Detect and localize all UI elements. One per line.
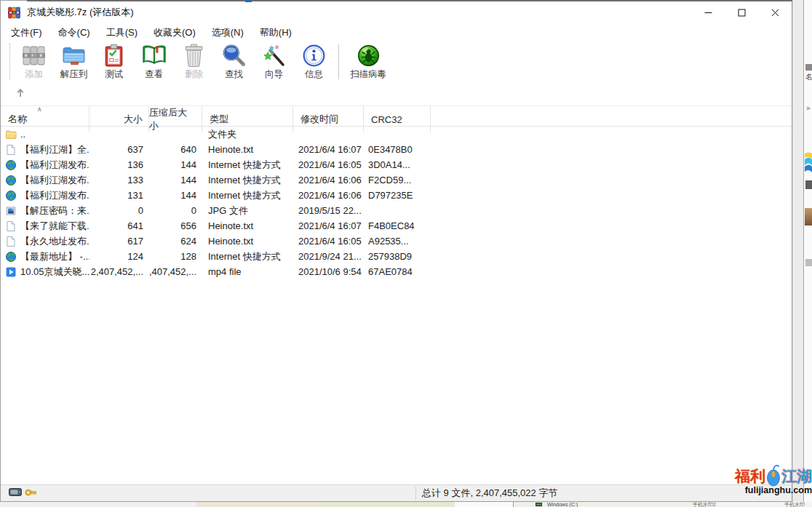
- watermark: 福利 江湖 fulijianghu.com: [729, 460, 812, 495]
- window-title: 京城关晓彤.7z (评估版本): [27, 6, 134, 19]
- background-fragment-text: 名: [805, 73, 812, 81]
- find-magnifier-icon: [222, 43, 247, 68]
- extract-to-button-label: 解压到: [60, 68, 88, 81]
- file-crc32: F2CD59...: [364, 172, 431, 188]
- background-window-right-content: 名 »: [803, 0, 812, 507]
- title-bar[interactable]: 京城关晓彤.7z (评估版本): [1, 1, 792, 23]
- delete-trash-icon: [182, 43, 207, 68]
- file-modified: 2021/6/4 16:05: [293, 157, 364, 172]
- file-name-cell: 【解压密码：来...: [1, 203, 89, 218]
- toolbar-gripper[interactable]: [9, 44, 10, 80]
- background-label-2: 手机水印: [784, 502, 805, 507]
- column-header-crc32[interactable]: CRC32: [364, 106, 431, 132]
- list-header: 名称∧大小压缩后大小类型修改时间CRC32: [1, 106, 792, 127]
- up-one-level-button[interactable]: [10, 85, 31, 103]
- file-row[interactable]: 【永久地址发布...617624Heinote.txt2021/6/4 16:0…: [1, 233, 792, 249]
- close-button[interactable]: [758, 1, 792, 23]
- file-name-cell: 【福利江湖发布...: [1, 157, 89, 172]
- file-crc32: 67AE0784: [364, 264, 431, 279]
- file-row[interactable]: 【福利江湖发布...131144Internet 快捷方式2021/6/4 16…: [1, 188, 792, 203]
- file-row[interactable]: 【福利江湖】全...637640Heinote.txt2021/6/4 16:0…: [1, 142, 792, 157]
- file-modified: 2021/6/4 16:07: [293, 218, 364, 233]
- column-header-label: 名称: [8, 113, 27, 126]
- column-header-packed[interactable]: 压缩后大小: [149, 106, 202, 132]
- mouse-icon: [766, 463, 781, 487]
- add-archive-icon: [22, 43, 47, 68]
- minimize-button[interactable]: [691, 1, 725, 23]
- extract-folder-icon: [62, 43, 87, 68]
- winrar-app-icon: [8, 7, 20, 19]
- view-button-label: 查看: [145, 68, 163, 81]
- background-fragment-chevron: »: [806, 105, 812, 112]
- screen: 京城关晓彤.7z (评估版本) 文件(F)命令(C)工具(S)收藏夹(O)选项(…: [0, 0, 812, 507]
- menu-options[interactable]: 选项(N): [204, 24, 252, 41]
- file-size: 0: [89, 203, 149, 218]
- test-button[interactable]: 测试: [94, 42, 134, 81]
- file-row[interactable]: 【来了就能下载...641656Heinote.txt2021/6/4 16:0…: [1, 218, 792, 233]
- text-file-icon: [5, 144, 17, 156]
- file-crc32: A92535...: [364, 233, 431, 249]
- file-modified: 2021/6/4 16:05: [293, 233, 364, 249]
- file-packed-size: 0: [149, 203, 202, 218]
- disk-icon[interactable]: [9, 487, 22, 500]
- column-header-type[interactable]: 类型: [202, 106, 293, 132]
- file-type: JPG 文件: [202, 203, 293, 218]
- scan-virus-button-label: 扫描病毒: [350, 68, 386, 81]
- menu-help[interactable]: 帮助(H): [252, 24, 300, 41]
- column-header-modified[interactable]: 修改时间: [293, 106, 364, 132]
- column-header-name[interactable]: 名称∧: [1, 106, 89, 132]
- file-name: 【福利江湖发布...: [20, 189, 89, 202]
- watermark-url: fulijianghu.com: [729, 485, 812, 495]
- view-button[interactable]: 查看: [134, 42, 174, 81]
- file-row[interactable]: 【解压密码：来...00JPG 文件2019/5/15 22...: [1, 203, 792, 218]
- file-row[interactable]: 【最新地址】 -...124128Internet 快捷方式2021/9/24 …: [1, 249, 792, 264]
- file-type: Internet 快捷方式: [202, 188, 293, 203]
- file-list: ..文件夹【福利江湖】全...637640Heinote.txt2021/6/4…: [1, 127, 792, 279]
- key-icon[interactable]: [25, 487, 37, 500]
- text-file-icon: [5, 220, 17, 232]
- file-name: 【福利江湖发布...: [20, 174, 89, 187]
- find-button[interactable]: 查找: [214, 42, 254, 81]
- menu-command[interactable]: 命令(C): [50, 24, 98, 41]
- text-file-icon: [5, 236, 17, 247]
- wizard-button[interactable]: 向导: [254, 42, 294, 81]
- file-packed-size: 2,407,452,...: [149, 264, 202, 279]
- menu-tools[interactable]: 工具(S): [98, 24, 146, 41]
- scan-virus-button[interactable]: 扫描病毒: [344, 42, 392, 81]
- delete-button[interactable]: 删除: [174, 42, 214, 81]
- extract-to-button[interactable]: 解压到: [54, 42, 94, 81]
- wizard-button-label: 向导: [265, 68, 283, 81]
- file-modified: 2021/6/4 16:07: [293, 142, 364, 157]
- test-button-label: 测试: [105, 68, 123, 81]
- column-header-size[interactable]: 大小: [89, 106, 149, 132]
- file-row[interactable]: 【福利江湖发布...136144Internet 快捷方式2021/6/4 16…: [1, 157, 792, 172]
- maximize-button[interactable]: [725, 1, 758, 23]
- status-total-text: 总计 9 文件, 2,407,455,022 字节: [422, 487, 557, 500]
- winrar-window: 京城关晓彤.7z (评估版本) 文件(F)命令(C)工具(S)收藏夹(O)选项(…: [0, 0, 792, 502]
- menu-file[interactable]: 文件(F): [3, 24, 50, 41]
- file-row[interactable]: 【福利江湖发布...133144Internet 快捷方式2021/6/4 16…: [1, 172, 792, 188]
- background-window-top-accent: [245, 0, 252, 2]
- minimize-icon: [704, 9, 712, 17]
- file-name-cell: 【来了就能下载...: [1, 218, 89, 233]
- menu-favorites[interactable]: 收藏夹(O): [146, 24, 204, 41]
- column-header-label: 大小: [124, 113, 143, 126]
- file-type: Internet 快捷方式: [202, 249, 293, 264]
- file-type: Internet 快捷方式: [202, 157, 293, 172]
- file-name: 【福利江湖】全...: [20, 143, 89, 156]
- background-drive-label: Windows (C:): [547, 502, 578, 507]
- sort-ascending-icon: ∧: [37, 105, 42, 113]
- add-button[interactable]: 添加: [14, 42, 54, 81]
- file-row[interactable]: 10.05京城关晓...2,407,452,...2,407,452,...mp…: [1, 264, 792, 279]
- info-circle-icon: [302, 43, 327, 68]
- file-packed-size: 624: [149, 233, 202, 249]
- file-type: Internet 快捷方式: [202, 172, 293, 188]
- close-icon: [771, 9, 779, 17]
- info-button[interactable]: 信息: [294, 42, 334, 81]
- file-modified: 2019/5/15 22...: [293, 203, 364, 218]
- address-bar: [1, 83, 792, 105]
- file-type: Heinote.txt: [202, 233, 293, 249]
- up-arrow-icon: [15, 87, 26, 102]
- globe-icon: [5, 159, 17, 171]
- file-modified: 2021/6/4 16:06: [293, 172, 364, 188]
